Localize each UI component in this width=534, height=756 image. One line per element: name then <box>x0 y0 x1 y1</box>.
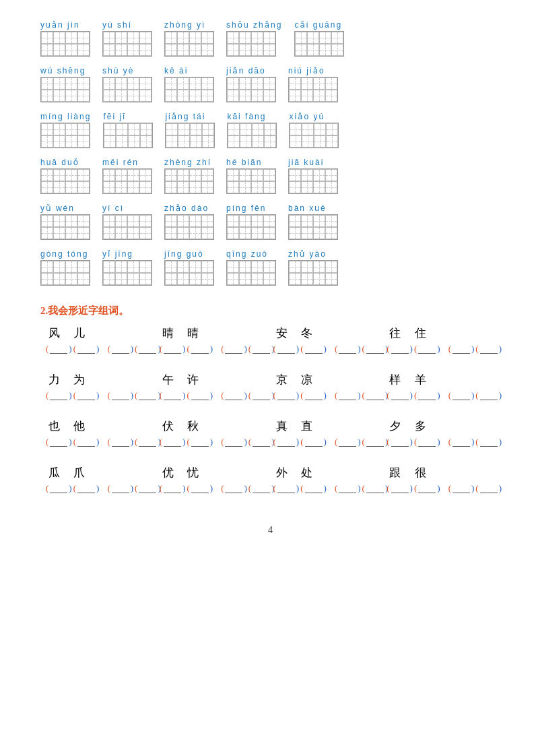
grid-cell <box>313 77 325 90</box>
pair-chars: 真 直 <box>273 418 318 434</box>
fill-space <box>139 438 156 447</box>
left-paren: ( <box>248 344 251 354</box>
grid-cell <box>103 90 115 102</box>
fill-space <box>253 438 270 447</box>
grid-cell <box>65 77 77 90</box>
grid-cell <box>177 169 189 181</box>
pair-block: 晴 晴()()()() <box>160 325 273 354</box>
grid-cell <box>227 273 239 285</box>
fill-space <box>50 484 67 493</box>
bracket-line: ()()()() <box>46 344 161 354</box>
grid-cell <box>239 44 251 56</box>
grid-cell <box>227 261 239 273</box>
grid-cell <box>103 44 115 56</box>
right-paren: ) <box>358 483 360 494</box>
grid-cell <box>41 181 53 193</box>
left-paren: ( <box>475 344 478 354</box>
right-paren: ) <box>210 390 213 401</box>
grid-cell <box>41 77 53 90</box>
fill-space <box>339 345 356 354</box>
pinyin-item: jiǎn dāo <box>226 66 276 102</box>
pair-chars: 力 为 <box>46 372 90 387</box>
left-paren: ( <box>46 344 48 354</box>
grid-cell <box>103 181 115 193</box>
grid-cell <box>103 32 115 44</box>
pinyin-label: shù yè <box>102 66 134 75</box>
grid-cell <box>301 261 313 273</box>
grid-cell <box>201 90 213 102</box>
pair-chars: 跟 很 <box>387 465 431 480</box>
right-paren: ) <box>182 437 185 447</box>
grid-cell <box>263 273 275 285</box>
pinyin-label: zhòng yì <box>164 20 205 30</box>
right-paren: ) <box>471 483 474 494</box>
fill-space <box>277 391 295 400</box>
char-grid <box>40 260 90 286</box>
fill-space <box>253 345 270 354</box>
pinyin-label: xiǎo yú <box>289 112 325 121</box>
grid-cell <box>77 169 90 181</box>
grid-cell <box>252 135 264 148</box>
pinyin-item: zhǔ yào <box>288 249 338 286</box>
grid-cell <box>139 32 152 44</box>
pinyin-label: píng fēn <box>226 203 266 213</box>
grid-cell <box>165 261 177 273</box>
left-paren: ( <box>160 344 162 354</box>
right-paren: ) <box>182 390 185 401</box>
grid-cell <box>53 90 65 102</box>
grid-cell <box>201 44 213 56</box>
left-paren: ( <box>273 344 276 354</box>
fill-space <box>366 345 384 354</box>
left-paren: ( <box>387 483 389 494</box>
char-grid <box>102 214 152 240</box>
fill-space <box>50 345 67 354</box>
bracket-line: ()()()() <box>387 390 502 401</box>
right-paren: ) <box>131 344 133 354</box>
pinyin-item: shù yè <box>102 66 152 102</box>
grid-cell <box>189 215 201 227</box>
grid-cell <box>165 227 177 239</box>
char-grid <box>227 123 277 148</box>
grid-cell <box>227 181 239 193</box>
bracket-line: ()()()() <box>387 483 502 494</box>
pair-block: 往 住()()()() <box>387 325 500 354</box>
left-paren: ( <box>73 437 76 447</box>
section2-title: 2.我会形近字组词。 <box>40 305 500 317</box>
pinyin-item: píng fēn <box>226 203 276 240</box>
grid-cell <box>251 273 263 285</box>
grid-cell <box>289 261 301 273</box>
pinyin-item: yǔ wén <box>40 203 90 240</box>
pinyin-item: fēi jī <box>103 112 153 148</box>
grid-cell <box>41 32 53 44</box>
grid-cell <box>165 90 177 102</box>
grid-cell <box>65 181 77 193</box>
grid-cell <box>115 169 127 181</box>
grid-cell <box>139 227 152 239</box>
fill-space <box>418 484 436 493</box>
pair-block: 真 直()()()() <box>273 418 387 447</box>
pair-block: 力 为()()()() <box>46 372 160 401</box>
pair-chars: 也 他 <box>46 418 90 434</box>
left-paren: ( <box>248 390 251 401</box>
pinyin-item: qīng zuò <box>226 249 276 286</box>
pinyin-item: yǐ jīng <box>102 249 152 286</box>
char-grid <box>165 123 215 148</box>
fill-space <box>453 484 470 493</box>
fill-space <box>418 345 436 354</box>
char-grid <box>288 168 338 194</box>
pinyin-label: hé biān <box>226 158 262 167</box>
pair-chars: 风 儿 <box>46 325 90 341</box>
char-grid <box>102 168 152 194</box>
fill-space <box>339 484 356 493</box>
grid-cell <box>228 135 240 148</box>
right-paren: ) <box>182 344 185 354</box>
grid-cell <box>189 77 201 90</box>
grid-cell <box>41 135 53 148</box>
grid-cell <box>252 123 264 135</box>
left-paren: ( <box>135 437 137 447</box>
grid-cell <box>189 32 201 44</box>
grid-cell <box>177 181 189 193</box>
fill-space <box>305 391 323 400</box>
grid-cell <box>263 77 275 90</box>
grid-cell <box>251 90 263 102</box>
